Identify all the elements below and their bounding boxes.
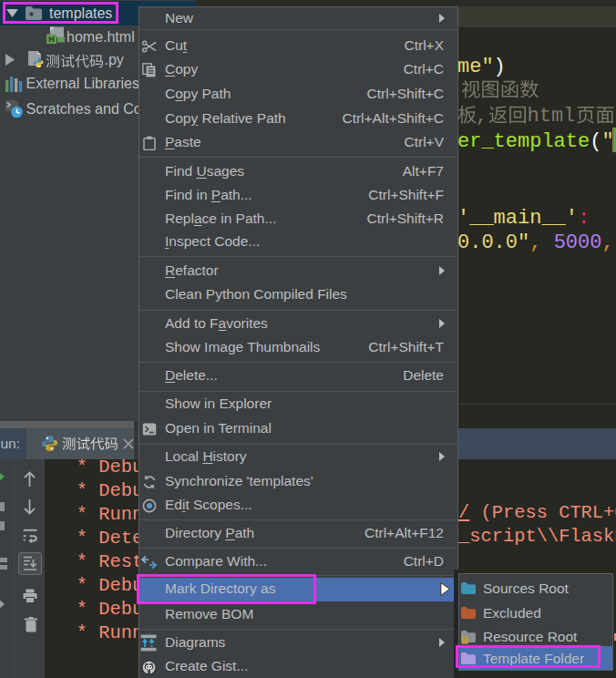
svg-text:H: H <box>48 35 55 44</box>
